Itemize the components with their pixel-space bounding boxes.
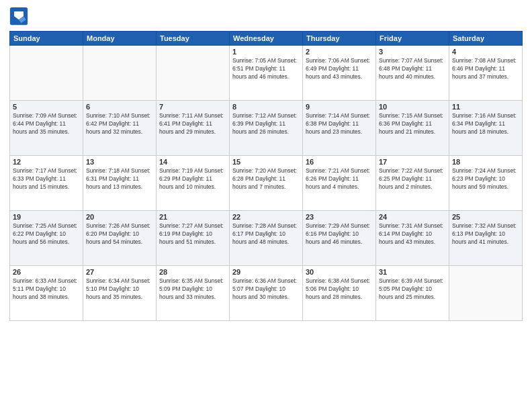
day-number: 1 [232,48,300,56]
weekday-header-sunday: Sunday [10,32,83,46]
day-info: Sunrise: 7:16 AM Sunset: 6:34 PM Dayligh… [452,112,519,136]
weekday-header-tuesday: Tuesday [157,32,230,46]
day-number: 11 [452,103,519,111]
calendar-cell: 31Sunrise: 6:39 AM Sunset: 5:05 PM Dayli… [376,266,449,321]
day-number: 19 [13,213,80,221]
calendar-cell: 26Sunrise: 6:33 AM Sunset: 5:11 PM Dayli… [10,266,83,321]
calendar-cell: 14Sunrise: 7:19 AM Sunset: 6:29 PM Dayli… [157,156,230,211]
day-number: 22 [232,213,300,221]
calendar-cell: 15Sunrise: 7:20 AM Sunset: 6:28 PM Dayli… [230,156,303,211]
day-info: Sunrise: 7:12 AM Sunset: 6:39 PM Dayligh… [232,112,300,136]
day-number: 7 [159,103,226,111]
day-number: 14 [159,158,226,166]
day-number: 16 [306,158,373,166]
day-number: 21 [159,213,226,221]
day-number: 28 [159,268,226,276]
day-info: Sunrise: 6:38 AM Sunset: 5:06 PM Dayligh… [306,277,373,302]
calendar-cell: 1Sunrise: 7:05 AM Sunset: 6:51 PM Daylig… [230,46,303,101]
weekday-header-saturday: Saturday [449,32,523,46]
calendar-cell: 30Sunrise: 6:38 AM Sunset: 5:06 PM Dayli… [303,266,376,321]
day-number: 2 [306,48,373,56]
calendar-cell: 3Sunrise: 7:07 AM Sunset: 6:48 PM Daylig… [376,46,449,101]
calendar-week-row: 26Sunrise: 6:33 AM Sunset: 5:11 PM Dayli… [10,266,523,321]
calendar-cell: 6Sunrise: 7:10 AM Sunset: 6:42 PM Daylig… [83,101,157,156]
day-number: 31 [379,268,446,276]
day-info: Sunrise: 7:29 AM Sunset: 6:16 PM Dayligh… [306,222,373,246]
day-number: 15 [232,158,300,166]
calendar-week-row: 5Sunrise: 7:09 AM Sunset: 6:44 PM Daylig… [10,101,523,156]
day-number: 12 [13,158,80,166]
weekday-header-wednesday: Wednesday [230,32,303,46]
day-info: Sunrise: 7:19 AM Sunset: 6:29 PM Dayligh… [159,167,226,191]
day-number: 23 [306,213,373,221]
day-number: 24 [379,213,446,221]
weekday-header-friday: Friday [376,32,449,46]
calendar-cell: 17Sunrise: 7:22 AM Sunset: 6:25 PM Dayli… [376,156,449,211]
calendar-cell [157,46,230,101]
calendar-cell: 5Sunrise: 7:09 AM Sunset: 6:44 PM Daylig… [10,101,83,156]
calendar-cell: 19Sunrise: 7:25 AM Sunset: 6:22 PM Dayli… [10,211,83,266]
day-info: Sunrise: 7:28 AM Sunset: 6:17 PM Dayligh… [232,222,300,246]
day-info: Sunrise: 7:18 AM Sunset: 6:31 PM Dayligh… [86,167,153,191]
weekday-header-row: SundayMondayTuesdayWednesdayThursdayFrid… [10,32,523,46]
day-number: 27 [86,268,153,276]
day-info: Sunrise: 7:09 AM Sunset: 6:44 PM Dayligh… [13,112,80,136]
calendar-cell: 11Sunrise: 7:16 AM Sunset: 6:34 PM Dayli… [449,101,523,156]
calendar-week-row: 19Sunrise: 7:25 AM Sunset: 6:22 PM Dayli… [10,211,523,266]
day-info: Sunrise: 7:26 AM Sunset: 6:20 PM Dayligh… [86,222,153,246]
page: SundayMondayTuesdayWednesdayThursdayFrid… [0,0,532,411]
day-number: 4 [452,48,519,56]
day-info: Sunrise: 7:11 AM Sunset: 6:41 PM Dayligh… [159,112,226,136]
day-number: 29 [232,268,300,276]
calendar-cell: 10Sunrise: 7:15 AM Sunset: 6:36 PM Dayli… [376,101,449,156]
day-info: Sunrise: 6:35 AM Sunset: 5:09 PM Dayligh… [159,277,226,302]
day-info: Sunrise: 7:14 AM Sunset: 6:38 PM Dayligh… [306,112,373,136]
day-info: Sunrise: 7:20 AM Sunset: 6:28 PM Dayligh… [232,167,300,191]
day-info: Sunrise: 7:05 AM Sunset: 6:51 PM Dayligh… [232,57,300,81]
calendar-cell: 13Sunrise: 7:18 AM Sunset: 6:31 PM Dayli… [83,156,157,211]
calendar-cell: 27Sunrise: 6:34 AM Sunset: 5:10 PM Dayli… [83,266,157,321]
calendar-cell: 29Sunrise: 6:36 AM Sunset: 5:07 PM Dayli… [230,266,303,321]
day-number: 10 [379,103,446,111]
day-number: 5 [13,103,80,111]
day-info: Sunrise: 6:39 AM Sunset: 5:05 PM Dayligh… [379,277,446,302]
header [9,7,523,26]
day-number: 9 [306,103,373,111]
calendar-cell: 7Sunrise: 7:11 AM Sunset: 6:41 PM Daylig… [157,101,230,156]
day-info: Sunrise: 7:24 AM Sunset: 6:23 PM Dayligh… [452,167,519,191]
day-info: Sunrise: 6:34 AM Sunset: 5:10 PM Dayligh… [86,277,153,302]
logo-icon [9,7,28,26]
day-number: 3 [379,48,446,56]
calendar-cell [449,266,523,321]
calendar-cell: 22Sunrise: 7:28 AM Sunset: 6:17 PM Dayli… [230,211,303,266]
calendar-cell: 20Sunrise: 7:26 AM Sunset: 6:20 PM Dayli… [83,211,157,266]
day-info: Sunrise: 7:15 AM Sunset: 6:36 PM Dayligh… [379,112,446,136]
day-info: Sunrise: 7:22 AM Sunset: 6:25 PM Dayligh… [379,167,446,191]
day-number: 18 [452,158,519,166]
calendar-cell: 18Sunrise: 7:24 AM Sunset: 6:23 PM Dayli… [449,156,523,211]
day-info: Sunrise: 7:10 AM Sunset: 6:42 PM Dayligh… [86,112,153,136]
day-info: Sunrise: 7:17 AM Sunset: 6:33 PM Dayligh… [13,167,80,191]
day-info: Sunrise: 7:31 AM Sunset: 6:14 PM Dayligh… [379,222,446,246]
day-number: 25 [452,213,519,221]
calendar-cell: 21Sunrise: 7:27 AM Sunset: 6:19 PM Dayli… [157,211,230,266]
calendar-cell: 28Sunrise: 6:35 AM Sunset: 5:09 PM Dayli… [157,266,230,321]
calendar-cell: 12Sunrise: 7:17 AM Sunset: 6:33 PM Dayli… [10,156,83,211]
day-number: 26 [13,268,80,276]
calendar-cell: 24Sunrise: 7:31 AM Sunset: 6:14 PM Dayli… [376,211,449,266]
day-number: 13 [86,158,153,166]
calendar-cell [10,46,83,101]
day-info: Sunrise: 7:21 AM Sunset: 6:26 PM Dayligh… [306,167,373,191]
calendar-cell: 25Sunrise: 7:32 AM Sunset: 6:13 PM Dayli… [449,211,523,266]
calendar-table: SundayMondayTuesdayWednesdayThursdayFrid… [9,31,523,321]
day-info: Sunrise: 6:36 AM Sunset: 5:07 PM Dayligh… [232,277,300,302]
day-info: Sunrise: 7:27 AM Sunset: 6:19 PM Dayligh… [159,222,226,246]
calendar-week-row: 1Sunrise: 7:05 AM Sunset: 6:51 PM Daylig… [10,46,523,101]
logo [9,7,31,26]
weekday-header-thursday: Thursday [303,32,376,46]
day-info: Sunrise: 7:06 AM Sunset: 6:49 PM Dayligh… [306,57,373,81]
calendar-cell: 16Sunrise: 7:21 AM Sunset: 6:26 PM Dayli… [303,156,376,211]
day-number: 30 [306,268,373,276]
calendar-week-row: 12Sunrise: 7:17 AM Sunset: 6:33 PM Dayli… [10,156,523,211]
day-info: Sunrise: 7:07 AM Sunset: 6:48 PM Dayligh… [379,57,446,81]
